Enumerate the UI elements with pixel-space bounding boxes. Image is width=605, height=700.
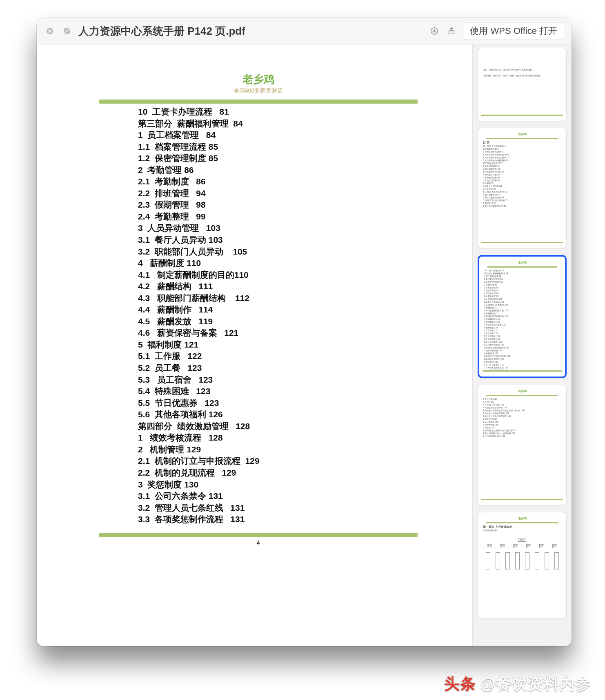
toc-line: 第四部分 绩效激励管理 128: [138, 421, 460, 432]
toc-line: 5.1 工作服 122: [138, 350, 460, 362]
toc-line: 3.3 各项奖惩制作流程 131: [138, 514, 460, 525]
disabled-icon[interactable]: [61, 25, 73, 37]
toc-line: 4.4 薪酬制作 114: [138, 304, 460, 316]
toc-line: 2.2 排班管理 94: [138, 188, 460, 199]
toc-line: 1 员工档案管理 84: [138, 129, 460, 141]
toc-line: 4.6 薪资保密与备案 121: [138, 327, 460, 339]
toc-line: 2.1 考勤制度 86: [138, 176, 460, 188]
toc-line: 2.1 机制的订立与申报流程 129: [138, 455, 460, 467]
toc-line: 3.1 餐厅人员异动 103: [138, 234, 460, 246]
toc-line: 4 薪酬制度 110: [138, 257, 460, 269]
page-area[interactable]: 老乡鸡 全国400多家直营店 10 工资卡办理流程 81第三部分 薪酬福利管理 …: [37, 44, 472, 646]
doc-subtitle: 全国400多家直营店: [56, 87, 460, 95]
toc-line: 2.3 假期管理 98: [138, 199, 460, 211]
toc-line: 3.2 职能部门人员异动 105: [138, 246, 460, 258]
pdf-page: 老乡鸡 全国400多家直营店 10 工资卡办理流程 81第三部分 薪酬福利管理 …: [56, 48, 460, 634]
toc-line: 3.2 管理人员七条红线 131: [138, 502, 460, 514]
toc-line: 第三部分 薪酬福利管理 84: [138, 118, 460, 130]
footer-divider: [99, 533, 418, 537]
toc-line: 5.4 特殊困难 123: [138, 385, 460, 397]
toc-line: 5 福利制度 121: [138, 339, 460, 351]
toc-line: 4.1 制定薪酬制度的目的110: [138, 269, 460, 281]
toc-line: 3 奖惩制度 130: [138, 479, 460, 491]
share-icon[interactable]: [446, 25, 457, 37]
thumbnail-page[interactable]: 老乡鸡 4 企业文化 1324.1 企业 1324.2 "企业人才"理念 132…: [478, 385, 567, 505]
svg-point-3: [431, 28, 438, 35]
thumbnail-page[interactable]: 老乡鸡 第一部分 人力资源架构1 组织架构分解 总经理 副总 副总 副总 副总 …: [478, 512, 567, 619]
toc-line: 4.3 职能部门薪酬结构 112: [138, 292, 460, 304]
app-window: 人力资源中心系统手册 P142 页.pdf 使用 WPS Office 打开 老…: [37, 18, 572, 646]
toc-line: 3.1 公司六条禁令 131: [138, 490, 460, 502]
toc-line: 1.1 档案管理流程 85: [138, 141, 460, 153]
watermark: 头条 @餐饮资料内参: [444, 673, 591, 694]
thumbnail-page[interactable]: 说明：经过多年积累，我们将人力资源中心体系整理如下。内容涵盖：组织架构、招聘、薪…: [478, 48, 567, 121]
table-of-contents: 10 工资卡办理流程 81第三部分 薪酬福利管理 841 员工档案管理 841.…: [138, 106, 460, 525]
header-divider: [99, 100, 418, 104]
thumbnail-sidebar[interactable]: 说明：经过多年积累，我们将人力资源中心体系整理如下。内容涵盖：组织架构、招聘、薪…: [472, 44, 572, 646]
window-title: 人力资源中心系统手册 P142 页.pdf: [78, 24, 245, 38]
toc-line: 2 考勤管理 86: [138, 164, 460, 176]
page-number: 4: [56, 539, 460, 546]
toc-line: 2.2 机制的兑现流程 129: [138, 467, 460, 479]
toc-line: 5.6 其他各项福利 126: [138, 409, 460, 421]
toc-line: 5.5 节日优惠券 123: [138, 397, 460, 409]
thumbnail-page[interactable]: 老乡鸡 目 录 第一部分 人力资源架构 61 组织架构分解 62 人力资源中心职…: [478, 128, 567, 248]
toc-line: 4.2 薪酬结构 111: [138, 281, 460, 292]
toc-line: 5.2 员工餐 123: [138, 362, 460, 374]
toolbar: 人力资源中心系统手册 P142 页.pdf 使用 WPS Office 打开: [37, 18, 572, 44]
viewer-body: 老乡鸡 全国400多家直营店 10 工资卡办理流程 81第三部分 薪酬福利管理 …: [37, 44, 572, 646]
toc-line: 2 机制管理 129: [138, 444, 460, 456]
thumbnail-page-current[interactable]: 老乡鸡 10 工资卡办理流程 81第三部分 薪酬福利管理 841 员工档案管理 …: [478, 255, 567, 378]
toc-line: 5.3 员工宿舍 123: [138, 374, 460, 386]
doc-title: 老乡鸡: [56, 72, 460, 86]
toc-line: 1.2 保密管理制度 85: [138, 153, 460, 164]
close-icon[interactable]: [44, 25, 56, 37]
watermark-brand: 头条: [444, 673, 476, 694]
font-icon[interactable]: [429, 25, 440, 37]
watermark-handle: @餐饮资料内参: [480, 673, 591, 694]
toc-line: 2.4 考勤整理 99: [138, 211, 460, 223]
toc-line: 4.5 薪酬发放 119: [138, 316, 460, 328]
toc-line: 1 绩效考核流程 128: [138, 432, 460, 444]
toc-line: 3 人员异动管理 103: [138, 222, 460, 234]
toc-line: 10 工资卡办理流程 81: [138, 106, 460, 118]
open-with-button[interactable]: 使用 WPS Office 打开: [463, 22, 564, 40]
